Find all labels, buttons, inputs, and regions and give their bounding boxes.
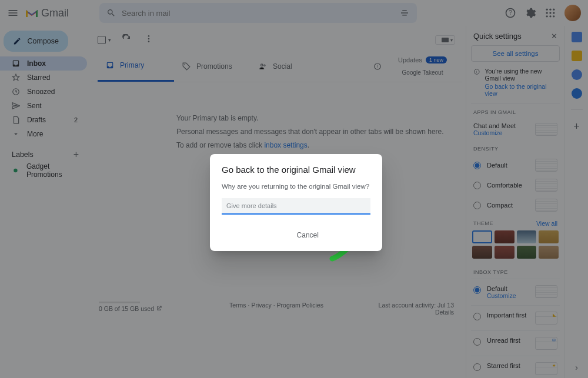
revert-dialog: Go back to the original Gmail view Why a… <box>210 154 382 251</box>
dialog-question: Why are you returning to the original Gm… <box>222 183 370 190</box>
feedback-input[interactable] <box>222 198 370 215</box>
dialog-title: Go back to the original Gmail view <box>222 165 370 175</box>
cancel-button[interactable]: Cancel <box>289 228 327 243</box>
reload-button[interactable]: Reload <box>332 228 370 243</box>
